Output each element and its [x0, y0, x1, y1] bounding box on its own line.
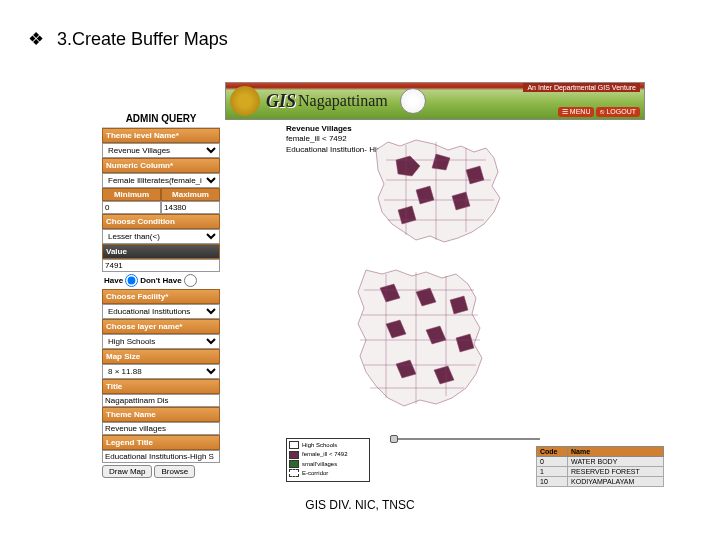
map-size-label: Map Size [102, 349, 220, 364]
legend-row: E-corridor [289, 469, 367, 477]
banner-tagline: An Inter Departmental GIS Venture [523, 83, 640, 92]
title-input[interactable] [102, 394, 220, 407]
value-input[interactable] [102, 259, 220, 272]
draw-map-button[interactable]: Draw Map [102, 465, 152, 478]
emblem-right-icon [400, 88, 426, 114]
heading-text: 3.Create Buffer Maps [57, 29, 228, 49]
slider-thumb-icon[interactable] [390, 435, 398, 443]
logout-button[interactable]: ⎋ LOGOUT [596, 107, 640, 117]
cell-code: 0 [537, 457, 568, 467]
page-footer: GIS DIV. NIC, TNSC [0, 498, 720, 512]
minimum-label: Minimum [102, 188, 161, 201]
cell-name: RESERVED FOREST [568, 467, 664, 477]
have-label: Have [104, 276, 123, 285]
theme-name-input[interactable] [102, 422, 220, 435]
table-row[interactable]: 10 KODIYAMPALAYAM [537, 477, 664, 487]
legend-title-input[interactable] [102, 450, 220, 463]
numeric-column-label: Numeric Column* [102, 158, 220, 173]
have-radio-row: Have Don't Have [102, 272, 220, 289]
facility-select[interactable]: Educational Institutions [102, 304, 220, 319]
table-header-code: Code [537, 447, 568, 457]
condition-label: Choose Condition [102, 214, 220, 229]
theme-layer-label: Theme level Name* [102, 128, 220, 143]
facility-label: Choose Facility* [102, 289, 220, 304]
value-label: Value [102, 244, 220, 259]
browse-button[interactable]: Browse [154, 465, 195, 478]
minimum-value: 0 [102, 201, 161, 214]
info-table: Code Name 0 WATER BODY 1 RESERVED FOREST… [536, 446, 664, 487]
cell-code: 10 [537, 477, 568, 487]
legend-row: small'villages [289, 460, 367, 468]
title-label: Title [102, 379, 220, 394]
admin-query-panel: ADMIN QUERY Theme level Name* Revenue Vi… [102, 110, 220, 480]
legend-label: E-corridor [302, 469, 328, 477]
layer-select[interactable]: High Schools [102, 334, 220, 349]
map-size-select[interactable]: 8 × 11.88 [102, 364, 220, 379]
legend-title-label: Legend Title [102, 435, 220, 450]
have-radio[interactable] [125, 274, 138, 287]
maximum-value: 14380 [161, 201, 220, 214]
numeric-column-select[interactable]: Female Illiterates(female_ill) [102, 173, 220, 188]
map-legend: High Schools female_ill < 7492 small'vil… [286, 438, 370, 482]
maximum-label: Maximum [161, 188, 220, 201]
map-slider[interactable] [390, 434, 540, 444]
map-canvas[interactable] [286, 120, 526, 430]
emblem-left-icon [230, 86, 260, 116]
legend-row: female_ill < 7492 [289, 450, 367, 458]
table-row[interactable]: 0 WATER BODY [537, 457, 664, 467]
panel-title: ADMIN QUERY [102, 110, 220, 128]
slide-heading: ❖ 3.Create Buffer Maps [28, 28, 228, 50]
menu-button[interactable]: ☰ MENU [558, 107, 595, 117]
cell-name: WATER BODY [568, 457, 664, 467]
legend-label: female_ill < 7492 [302, 450, 348, 458]
bullet-icon: ❖ [28, 29, 44, 49]
table-row[interactable]: 1 RESERVED FOREST [537, 467, 664, 477]
gis-logo-text: GIS [266, 91, 296, 112]
place-name: Nagapattinam [298, 92, 388, 110]
legend-label: small'villages [302, 460, 337, 468]
table-header-name: Name [568, 447, 664, 457]
theme-layer-select[interactable]: Revenue Villages [102, 143, 220, 158]
legend-label: High Schools [302, 441, 337, 449]
condition-select[interactable]: Lesser than(<) [102, 229, 220, 244]
app-banner: GIS Nagapattinam An Inter Departmental G… [225, 82, 645, 120]
cell-name: KODIYAMPALAYAM [568, 477, 664, 487]
district-map-svg [286, 120, 526, 430]
layer-label: Choose layer name* [102, 319, 220, 334]
legend-row: High Schools [289, 441, 367, 449]
dont-have-label: Don't Have [140, 276, 181, 285]
cell-code: 1 [537, 467, 568, 477]
dont-have-radio[interactable] [184, 274, 197, 287]
theme-name-label: Theme Name [102, 407, 220, 422]
